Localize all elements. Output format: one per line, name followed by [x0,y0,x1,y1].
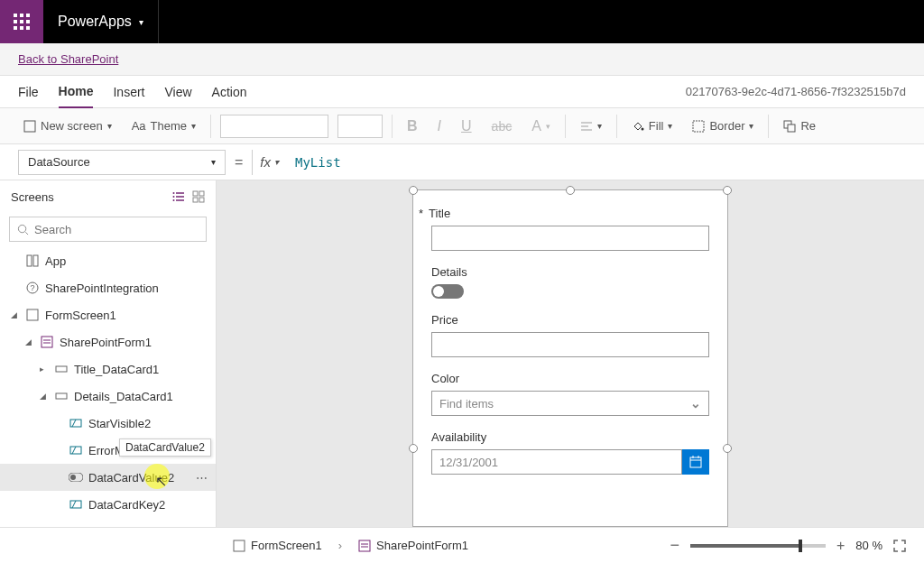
canvas[interactable]: *Title Details Price Color Find items ⌄ … [217,180,924,527]
border-button[interactable]: Border ▾ [687,115,759,136]
align-icon [580,120,593,133]
tree-item-formscreen1[interactable]: ◢ FormScreen1 [0,301,216,328]
title-input[interactable] [431,226,709,251]
zoom-slider[interactable] [690,544,826,548]
tree-label: SharePointForm1 [60,336,152,349]
screens-tree[interactable]: App ? SharePointIntegration ◢ FormScreen… [0,247,216,527]
svg-rect-3 [14,20,17,23]
availability-input[interactable] [431,449,682,475]
strike-button[interactable]: abc [486,115,518,137]
color-dropdown[interactable]: Find items ⌄ [431,391,709,416]
reorder-icon [783,120,796,133]
label-icon [69,497,83,512]
svg-rect-0 [14,14,17,17]
more-options-icon[interactable]: ⋯ [196,471,208,485]
tree-label: StarVisible2 [88,417,151,430]
menu-file[interactable]: File [18,77,39,107]
reorder-button[interactable]: Re [778,115,821,136]
menu-insert[interactable]: Insert [113,77,144,107]
svg-point-22 [173,199,175,201]
svg-rect-37 [56,366,67,372]
tree-item-starvisible[interactable]: StarVisible2 [0,410,216,437]
tooltip: DataCardValue2 [119,438,211,457]
details-toggle[interactable] [431,284,464,299]
bold-button[interactable]: B [402,115,423,138]
property-dropdown[interactable]: DataSource ▾ [18,150,226,175]
app-guid: 02170763-9e2c-4d71-8656-7f3232515b7d [686,85,906,98]
italic-button[interactable]: I [432,115,447,138]
menu-view[interactable]: View [164,77,191,107]
form-preview[interactable]: *Title Details Price Color Find items ⌄ … [412,189,728,527]
resize-handle[interactable] [409,444,418,453]
svg-rect-45 [70,501,81,508]
list-view-icon[interactable] [172,190,185,203]
svg-rect-33 [27,309,38,320]
breadcrumb-formsc168[interactable]: FormScreen1 [233,539,322,552]
chevron-down-icon: ▾ [139,17,143,27]
zoom-out-button[interactable]: − [670,536,680,555]
search-field[interactable] [34,223,199,236]
tree-item-datacardvalue2[interactable]: DataCardValue2 ⋯ ↖ [0,464,216,491]
align-button[interactable]: ▾ [575,116,607,136]
breadcrumb-sharepointform1[interactable]: SharePointForm1 [358,539,468,552]
resize-handle[interactable] [566,186,575,195]
svg-rect-26 [199,198,204,202]
back-to-sharepoint-link[interactable]: Back to SharePoint [18,52,118,66]
search-input[interactable] [9,217,207,242]
tree-item-datacardkey2[interactable]: DataCardKey2 [0,491,216,518]
chevron-down-icon: ▾ [211,157,216,167]
app-title-dropdown[interactable]: PowerApps ▾ [43,14,158,30]
fill-button[interactable]: Fill ▾ [626,115,679,136]
crumb-label: FormScreen1 [251,539,322,552]
underline-button[interactable]: U [456,115,477,138]
new-screen-label: New screen [41,119,103,133]
expand-icon[interactable]: ▸ [40,365,49,374]
svg-rect-30 [33,255,38,266]
tree-item-sharepointintegration[interactable]: ? SharePointIntegration [0,274,216,301]
date-picker-button[interactable] [682,449,709,475]
svg-rect-25 [193,198,198,202]
font-color-button[interactable]: A▾ [526,115,556,138]
label-icon [69,416,83,430]
reorder-label: Re [800,119,816,133]
tree-item-errormessage[interactable]: ErrorM DataCardValue2 [0,437,216,464]
svg-line-46 [72,501,76,508]
label-icon [69,443,83,457]
resize-handle[interactable] [723,186,732,195]
expand-icon[interactable]: ◢ [40,392,49,401]
theme-button[interactable]: Aa Theme ▾ [126,115,201,136]
waffle-icon[interactable] [0,0,43,43]
menu-home[interactable]: Home [59,76,94,108]
chevron-down-icon: ▾ [274,157,279,167]
tree-item-sharepointform1[interactable]: ◢ SharePointForm1 [0,328,216,355]
tree-label: FormScreen1 [45,309,116,322]
grid-view-icon[interactable] [192,190,205,203]
menu-action[interactable]: Action [212,77,247,107]
tree-item-title-datacard[interactable]: ▸ Title_DataCard1 [0,355,216,383]
price-input[interactable] [431,332,709,357]
svg-point-44 [70,475,76,480]
form-icon [40,335,54,349]
fit-to-screen-icon[interactable] [893,540,906,552]
zoom-in-button[interactable]: + [836,538,845,554]
formula-value[interactable]: MyList [295,155,341,170]
screens-panel-title: Screens [11,190,54,204]
expand-icon[interactable]: ◢ [25,337,34,346]
font-family-dropdown[interactable] [220,115,328,138]
resize-handle[interactable] [409,186,418,195]
svg-line-42 [72,447,76,454]
app-title: PowerApps [58,14,132,30]
fx-button[interactable]: fx ▾ [252,150,286,175]
new-screen-button[interactable]: New screen ▾ [18,115,117,136]
resize-handle[interactable] [723,444,732,453]
font-size-dropdown[interactable] [337,115,383,138]
tree-item-app[interactable]: App [0,247,216,274]
chevron-down-icon: ▾ [668,121,672,131]
tree-item-price-datacard[interactable]: ▸ Price_DataCard1 [0,518,216,527]
tree-label: App [45,254,66,268]
expand-icon[interactable]: ◢ [11,310,20,319]
svg-rect-9 [24,121,35,132]
color-placeholder: Find items [439,397,494,411]
app-icon [25,254,40,268]
tree-item-details-datacard[interactable]: ◢ Details_DataCard1 [0,383,216,410]
